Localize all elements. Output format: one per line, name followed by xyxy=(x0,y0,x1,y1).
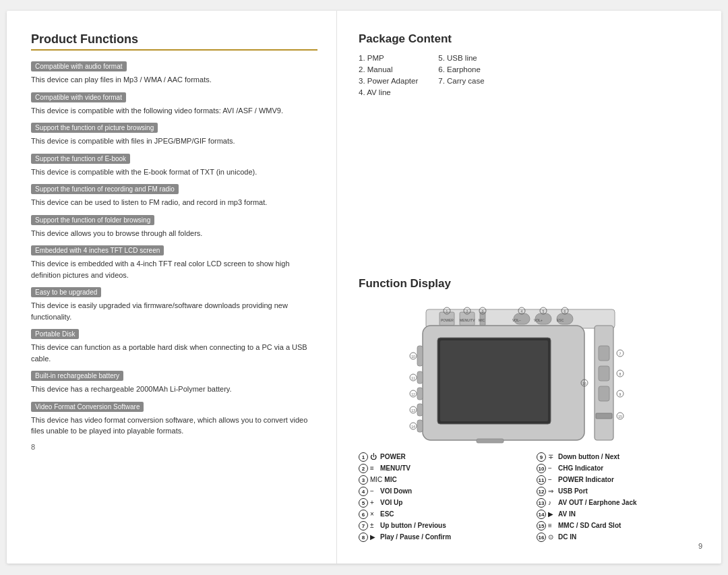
legend-circle-2: 2 xyxy=(359,464,368,473)
legend-icon-5: + xyxy=(370,499,378,506)
legend-area: 1⏻POWER2≡MENU/TV3MICMIC4−VOI Down5+VOI U… xyxy=(359,452,702,542)
left-page-num: 8 xyxy=(31,443,35,451)
legend-circle-12: 12 xyxy=(537,487,546,496)
legend-circle-14: 14 xyxy=(537,510,546,519)
legend-label-9: Down button / Next xyxy=(558,453,619,460)
svg-text:VOL+: VOL+ xyxy=(534,318,543,322)
svg-text:16: 16 xyxy=(582,382,586,386)
svg-text:POWER: POWER xyxy=(441,318,454,322)
svg-text:13: 13 xyxy=(411,408,415,413)
feature-desc-8: This device can function as a portable h… xyxy=(31,342,317,364)
legend-item-9: 9∓Down button / Next xyxy=(537,452,702,462)
svg-rect-29 xyxy=(417,371,423,384)
legend-icon-7: ± xyxy=(370,522,378,529)
svg-text:15: 15 xyxy=(618,415,622,419)
package-col1: 1. PMP2. Manual3. Power Adapter4. AV lin… xyxy=(359,54,418,96)
device-diagram: POWER MENU/TV MIC VOL− VOL+ ESC 1 2 3 xyxy=(359,297,702,446)
legend-label-6: ESC xyxy=(380,510,394,518)
feature-tag-0: Compatible with audio format xyxy=(31,61,127,71)
legend-col1: 1⏻POWER2≡MENU/TV3MICMIC4−VOI Down5+VOI U… xyxy=(359,452,524,542)
svg-text:12: 12 xyxy=(411,392,415,396)
legend-icon-11: − xyxy=(548,476,556,483)
legend-circle-5: 5 xyxy=(359,498,368,508)
package-item-col1-2: 3. Power Adapter xyxy=(359,77,418,85)
svg-text:8: 8 xyxy=(619,372,621,376)
legend-label-10: CHG Indicator xyxy=(558,464,603,472)
feature-tag-2: Support the function of picture browsing xyxy=(31,123,158,133)
svg-rect-30 xyxy=(417,388,423,400)
legend-label-2: MENU/TV xyxy=(380,464,411,472)
legend-col2: 9∓Down button / Next10−CHG Indicator11−P… xyxy=(537,452,702,542)
feature-tag-1: Compatible with video format xyxy=(31,92,126,102)
legend-icon-4: − xyxy=(370,487,378,495)
legend-label-4: VOI Down xyxy=(380,487,412,495)
svg-text:11: 11 xyxy=(411,376,415,380)
svg-text:14: 14 xyxy=(411,425,415,429)
feature-desc-1: This device is compatible with the follo… xyxy=(31,105,317,117)
package-item-col1-3: 4. AV line xyxy=(359,88,418,96)
legend-item-13: 13♪AV OUT / Earphone Jack xyxy=(537,498,702,508)
svg-rect-28 xyxy=(417,346,423,366)
svg-text:MIC: MIC xyxy=(479,318,485,322)
legend-icon-2: ≡ xyxy=(370,464,378,472)
legend-item-15: 15≡MMC / SD Card Slot xyxy=(537,521,702,531)
svg-rect-47 xyxy=(599,346,609,361)
svg-text:3: 3 xyxy=(482,309,484,313)
legend-icon-15: ≡ xyxy=(548,522,556,529)
legend-item-1: 1⏻POWER xyxy=(359,452,524,462)
feature-desc-7: This device is easily upgraded via firmw… xyxy=(31,300,317,322)
right-page-num: 9 xyxy=(359,542,702,550)
legend-circle-10: 10 xyxy=(537,464,546,473)
svg-rect-43 xyxy=(477,439,504,443)
legend-icon-16: ⊙ xyxy=(548,533,556,541)
legend-circle-7: 7 xyxy=(359,521,368,531)
product-functions-title: Product Functions xyxy=(31,32,317,51)
legend-icon-1: ⏻ xyxy=(370,453,378,460)
package-content-section: Package Content 1. PMP2. Manual3. Power … xyxy=(359,32,702,265)
legend-item-7: 7±Up button / Previous xyxy=(359,521,524,531)
legend-item-11: 11−POWER Indicator xyxy=(537,475,702,485)
package-item-col1-0: 1. PMP xyxy=(359,54,418,62)
svg-text:10: 10 xyxy=(411,355,415,359)
feature-desc-6: This device is embedded with a 4-inch TF… xyxy=(31,258,317,280)
svg-text:9: 9 xyxy=(619,392,621,396)
legend-label-7: Up button / Previous xyxy=(380,522,446,529)
svg-text:6: 6 xyxy=(564,309,566,313)
svg-rect-32 xyxy=(417,420,423,432)
feature-desc-9: This device has a rechargeable 2000MAh L… xyxy=(31,384,317,395)
legend-circle-4: 4 xyxy=(359,487,368,496)
legend-icon-10: − xyxy=(548,464,556,472)
legend-item-3: 3MICMIC xyxy=(359,475,524,485)
features-list: Compatible with audio formatThis device … xyxy=(31,61,317,437)
svg-rect-56 xyxy=(596,413,612,419)
package-item-col2-0: 5. USB line xyxy=(438,54,484,62)
feature-tag-5: Support the function of folder browsing xyxy=(31,215,154,225)
legend-item-6: 6×ESC xyxy=(359,510,524,519)
legend-label-14: AV IN xyxy=(558,510,576,518)
feature-desc-0: This device can play files in Mp3 / WMA … xyxy=(31,74,317,86)
legend-icon-14: ▶ xyxy=(548,510,556,518)
legend-label-11: POWER Indicator xyxy=(558,476,614,483)
svg-rect-31 xyxy=(417,404,423,416)
legend-circle-8: 8 xyxy=(359,533,368,542)
legend-item-10: 10−CHG Indicator xyxy=(537,464,702,473)
legend-item-8: 8▶Play / Pause / Confirm xyxy=(359,533,524,542)
package-item-col2-1: 6. Earphone xyxy=(438,65,484,73)
feature-desc-2: This device is compatible with files in … xyxy=(31,135,317,147)
svg-text:2: 2 xyxy=(466,309,468,313)
svg-rect-27 xyxy=(440,340,548,421)
feature-tag-10: Video Format Conversion Software xyxy=(31,402,144,412)
legend-item-12: 12⇒USB Port xyxy=(537,487,702,496)
legend-label-1: POWER xyxy=(380,453,406,460)
svg-text:4: 4 xyxy=(521,309,523,313)
legend-circle-9: 9 xyxy=(537,452,546,462)
legend-item-5: 5+VOI Up xyxy=(359,498,524,508)
package-list: 1. PMP2. Manual3. Power Adapter4. AV lin… xyxy=(359,54,702,96)
legend-circle-11: 11 xyxy=(537,475,546,485)
legend-icon-6: × xyxy=(370,510,378,518)
legend-icon-9: ∓ xyxy=(548,453,556,460)
legend-circle-1: 1 xyxy=(359,452,368,462)
svg-text:VOL−: VOL− xyxy=(512,318,521,322)
function-display-section: Function Display POWER xyxy=(359,277,702,542)
legend-icon-12: ⇒ xyxy=(548,487,556,495)
